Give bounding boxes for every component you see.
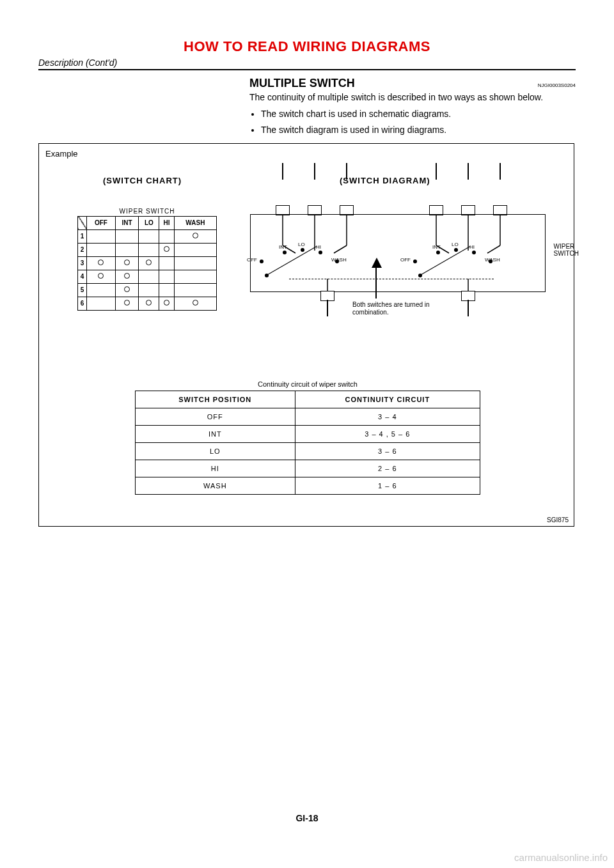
- subsection-title: Description (Cont'd): [38, 58, 576, 70]
- continuity-table-wrap: Continuity circuit of wiper switch SWITC…: [135, 380, 480, 495]
- col-wash: WASH: [174, 216, 216, 229]
- page-number: GI-18: [0, 813, 614, 823]
- figure-example-label: Example: [45, 149, 78, 159]
- rotary-label-wash: WASH: [331, 257, 347, 263]
- heading-multiple-switch: MULTIPLE SWITCH: [249, 77, 355, 90]
- figure-right-title: (SWITCH DIAGRAM): [340, 176, 430, 185]
- row-6: 6: [78, 297, 87, 310]
- cont-head-cir: CONTINUITY CIRCUIT: [295, 391, 480, 408]
- combination-note: Both switches are turned incombination.: [352, 301, 455, 316]
- cont-pos: WASH: [136, 477, 295, 494]
- switch-chart-table: OFF INT LO HI WASH 1 2 3 4 5 6: [77, 216, 217, 311]
- switch-diagram: OFF INT LO HI WASH OFF INT LO HI WASH: [244, 189, 563, 323]
- rotary-right: OFF INT LO HI WASH: [417, 247, 519, 279]
- note-arrow-stem: [375, 267, 377, 298]
- rotary-label-hi: HI: [469, 244, 475, 250]
- row-3: 3: [78, 256, 87, 270]
- switch-chart-caption: WIPER SWITCH: [77, 208, 217, 215]
- note-arrow-icon: [372, 258, 382, 268]
- row-1: 1: [78, 229, 87, 243]
- figure-code: SGI875: [547, 516, 569, 523]
- cont-cir: 3 – 4 , 5 – 6: [295, 425, 480, 442]
- cont-pos: HI: [136, 460, 295, 477]
- figure-box: Example (SWITCH CHART) (SWITCH DIAGRAM) …: [38, 143, 574, 527]
- dash-link: [289, 279, 494, 279]
- cont-cir: 1 – 6: [295, 477, 480, 494]
- col-lo: LO: [139, 216, 159, 229]
- row-2: 2: [78, 243, 87, 256]
- switch-diagram-box: OFF INT LO HI WASH OFF INT LO HI WASH: [250, 214, 546, 292]
- section-title: HOW TO READ WIRING DIAGRAMS: [38, 38, 576, 55]
- row-4: 4: [78, 270, 87, 283]
- bullet-list: The switch chart is used in schematic di…: [249, 107, 576, 137]
- rotary-left: OFF INT LO HI WASH: [264, 247, 366, 279]
- cont-cir: 3 – 4: [295, 408, 480, 425]
- rotary-label-int: INT: [432, 244, 441, 250]
- rotary-label-off: OFF: [247, 257, 257, 263]
- wiper-switch-side-label: WIPERSWITCH: [554, 243, 579, 257]
- col-hi: HI: [159, 216, 175, 229]
- bullet-item: The switch chart is used in schematic di…: [261, 107, 576, 121]
- rotary-label-int: INT: [279, 244, 287, 250]
- cont-head-pos: SWITCH POSITION: [136, 391, 295, 408]
- cont-pos: LO: [136, 442, 295, 460]
- cont-pos: INT: [136, 425, 295, 442]
- figure-left-title: (SWITCH CHART): [103, 176, 182, 185]
- cont-pos: OFF: [136, 408, 295, 425]
- continuity-table: SWITCH POSITION CONTINUITY CIRCUIT OFF3 …: [135, 391, 480, 495]
- cont-cir: 2 – 6: [295, 460, 480, 477]
- rotary-label-wash: WASH: [485, 257, 500, 263]
- continuity-caption: Continuity circuit of wiper switch: [135, 380, 480, 388]
- row-5: 5: [78, 283, 87, 297]
- col-off: OFF: [87, 216, 116, 229]
- intro-paragraph: The continuity of multiple switch is des…: [249, 91, 576, 104]
- rotary-label-hi: HI: [316, 244, 321, 250]
- rotary-label-lo: LO: [298, 242, 305, 247]
- rotary-label-lo: LO: [452, 242, 459, 247]
- heading-ref-code: NJGI0003S0204: [538, 82, 576, 88]
- rotary-label-off: OFF: [400, 257, 411, 263]
- col-int: INT: [115, 216, 139, 229]
- watermark: carmanualsonline.info: [514, 852, 608, 863]
- switch-chart: WIPER SWITCH OFF INT LO HI WASH 1 2 3 4 …: [77, 208, 217, 311]
- switch-chart-corner: [78, 216, 87, 229]
- cont-cir: 3 – 6: [295, 442, 480, 460]
- bullet-item: The switch diagram is used in wiring dia…: [261, 123, 576, 137]
